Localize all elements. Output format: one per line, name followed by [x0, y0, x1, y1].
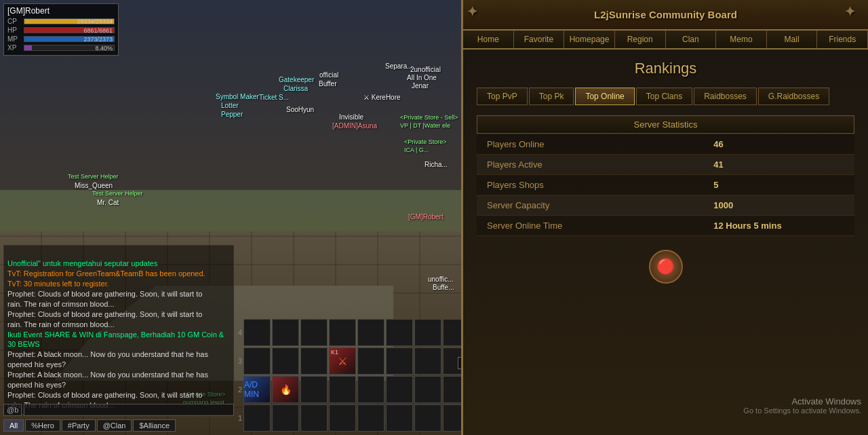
skill-slot[interactable] [329, 319, 356, 346]
skill-slot[interactable] [443, 319, 461, 346]
rank-tab-pk[interactable]: Top Pk [529, 88, 574, 105]
hp-label: HP [7, 26, 21, 34]
chat-tab-all[interactable]: All [3, 419, 24, 432]
rank-tab-pvp[interactable]: Top PvP [477, 88, 528, 105]
nav-tab-friends[interactable]: Friends [817, 31, 868, 48]
chat-line: Prophet: Clouds of blood are gathering. … [7, 390, 230, 400]
chat-input-row[interactable]: @b [3, 404, 234, 416]
nav-tab-mail[interactable]: Mail [767, 31, 818, 48]
chat-line: Ikuti Event SHARE & WIN di Fanspage, Ber… [7, 330, 230, 349]
game-world: Symbol Maker Lotter Pepper Gatekeeper Cl… [0, 0, 461, 435]
stat-label-server-capacity: Server Capacity [477, 195, 703, 216]
cp-label: CP [7, 18, 21, 25]
skill-slot[interactable] [386, 347, 413, 375]
nav-tab-home[interactable]: Home [463, 31, 514, 48]
cp-value: 29334/29334 [77, 19, 113, 25]
skill-slot[interactable] [243, 404, 271, 432]
float-label-mrcat: Mr. Cat [97, 199, 119, 206]
skill-slot[interactable] [357, 319, 384, 346]
stat-label-players-online: Players Online [477, 134, 703, 155]
nav-tab-clan[interactable]: Clan [666, 31, 717, 48]
skill-slot[interactable] [443, 404, 461, 432]
stat-value-players-online: 46 [703, 134, 854, 155]
chat-line: rain. The rain of crimson blood... [7, 299, 230, 309]
rank-tab-clans[interactable]: Top Clans [636, 88, 692, 105]
chat-input[interactable] [24, 404, 234, 416]
skill-slot[interactable] [386, 319, 413, 346]
stat-row-players-active: Players Active 41 [477, 155, 854, 175]
chat-tab-clan[interactable]: @Clan [97, 419, 132, 432]
nav-tab-region[interactable]: Region [615, 31, 666, 48]
skill-slots-3: ⚔ K1 [243, 347, 461, 375]
skill-slot-active[interactable]: A/D MIN [243, 376, 271, 403]
skill-icon: A/D MIN [244, 377, 270, 402]
xp-value: 8.40% [95, 45, 113, 52]
chat-tab-party[interactable]: #Party [62, 419, 96, 432]
xp-label: XP [7, 44, 21, 52]
skill-slot[interactable] [357, 404, 384, 432]
skill-num: K1 [331, 349, 338, 356]
skill-slot[interactable] [243, 319, 271, 346]
windows-watermark: Activate Windows Go to Settings to activ… [743, 396, 861, 415]
skill-slot[interactable] [386, 376, 413, 403]
mp-label: MP [7, 35, 21, 43]
skill-slot[interactable] [272, 319, 299, 346]
skill-slot[interactable] [414, 319, 441, 346]
stat-row-players-shops: Players Shops 5 [477, 175, 854, 195]
board-icon-area: 🔴 [477, 250, 854, 284]
skill-slot[interactable] [300, 347, 328, 375]
stat-row-server-capacity: Server Capacity 1000 [477, 195, 854, 216]
float-label-helper2: Test Server Helper [92, 190, 143, 197]
skill-slot[interactable] [443, 376, 461, 403]
board-content: Rankings Top PvP Top Pk Top Online Top C… [463, 50, 868, 294]
chat-tabs[interactable]: All %Hero #Party @Clan $Alliance [3, 419, 176, 432]
chat-tab-hero[interactable]: %Hero [25, 419, 60, 432]
skill-slot[interactable] [243, 347, 271, 375]
stat-label-players-active: Players Active [477, 155, 703, 175]
skill-slot[interactable] [357, 347, 384, 375]
chat-line: Prophet: Clouds of blood are gathering. … [7, 289, 230, 299]
xp-bar-fill [24, 45, 32, 50]
windows-activate-text1: Activate Windows [743, 396, 861, 406]
skill-slot[interactable] [300, 319, 328, 346]
stat-label-server-online-time: Server Online Time [477, 216, 703, 236]
skill-slot[interactable] [272, 347, 299, 375]
hp-value: 6861/6861 [83, 28, 113, 34]
nav-tab-favorite[interactable]: Favorite [514, 31, 565, 48]
skill-slot[interactable] [414, 376, 441, 403]
mp-value: 2373/2373 [83, 37, 113, 43]
skill-bars: 4 3 [234, 319, 461, 432]
skill-slot[interactable] [300, 376, 328, 403]
corner-decoration-tl: ✦ [467, 3, 487, 24]
rank-tab-online[interactable]: Top Online [575, 88, 634, 105]
skill-slot[interactable] [300, 404, 328, 432]
chat-tab-alliance[interactable]: $Alliance [133, 419, 176, 432]
rank-tab-raidbosses[interactable]: Raidbosses [694, 88, 757, 105]
mp-bar: 2373/2373 [24, 36, 115, 42]
stat-label-players-shops: Players Shops [477, 175, 703, 195]
float-label-gmrobert: [GM]Robert [408, 213, 443, 221]
skill-slot[interactable] [414, 347, 441, 375]
skill-slot[interactable] [357, 376, 384, 403]
skill-icon: 🔥 [273, 377, 298, 402]
chat-prefix: @b [3, 404, 22, 416]
stat-value-players-active: 41 [703, 155, 854, 175]
nav-tab-homepage[interactable]: Homepage [564, 31, 615, 48]
board-nav: Home Favorite Homepage Region Clan Memo … [463, 31, 868, 50]
skill-slot[interactable] [329, 376, 356, 403]
skill-slot-active[interactable]: ⚔ K1 [329, 347, 356, 375]
nav-tab-memo[interactable]: Memo [716, 31, 767, 48]
server-stats-header: Server Statistics [477, 115, 854, 134]
row-label-3: 3 [234, 357, 242, 365]
rank-tab-graidbosses[interactable]: G.Raidbosses [758, 88, 829, 105]
skill-slot[interactable] [414, 404, 441, 432]
skill-slot[interactable] [272, 404, 299, 432]
skill-slot[interactable] [386, 404, 413, 432]
chat-line: rain. The rain of crimson blood... [7, 320, 230, 329]
row-label-4: 4 [234, 328, 242, 337]
skill-row-3: 3 ⚔ K1 [234, 347, 461, 375]
chat-line: Prophet: A black moon... Now do you unde… [7, 349, 230, 359]
skill-slot-active[interactable]: 🔥 [272, 376, 299, 403]
skill-slots-4 [243, 319, 461, 346]
skill-slot[interactable] [329, 404, 356, 432]
